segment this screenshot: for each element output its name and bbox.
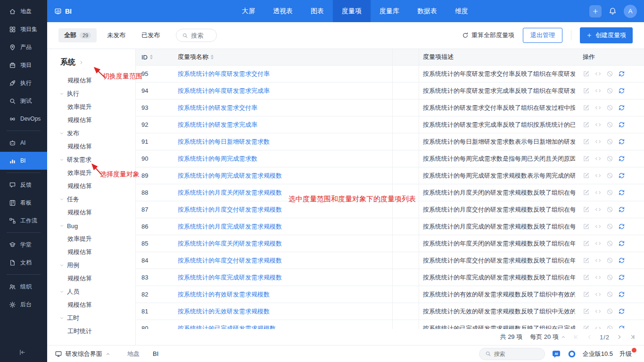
notifications-button[interactable] — [609, 7, 617, 15]
header-tab-dimension[interactable]: 维度 — [446, 0, 477, 22]
header-tab-dashboard[interactable]: 大屏 — [233, 0, 264, 22]
metric-name-link[interactable]: 按系统统计的每周完成需求数 — [178, 155, 257, 163]
view-code-action-button[interactable] — [594, 189, 602, 196]
filter-search[interactable] — [176, 29, 217, 42]
view-code-action-button[interactable] — [594, 104, 602, 111]
disable-action-button[interactable] — [606, 138, 613, 145]
view-code-action-button[interactable] — [594, 70, 602, 77]
recalculate-action-button[interactable] — [618, 325, 625, 329]
metric-name-link[interactable]: 按系统统计的年度研发需求交付率 — [178, 70, 270, 78]
view-code-action-button[interactable] — [594, 291, 602, 298]
tree-node[interactable]: 用例 — [47, 259, 135, 272]
edit-action-button[interactable] — [583, 189, 590, 196]
page-size-select[interactable]: 每页 20 项 — [530, 333, 566, 341]
sidebar-item-product[interactable]: 产品 — [0, 38, 47, 56]
tree-node[interactable]: 执行 — [47, 87, 135, 100]
edit-action-button[interactable] — [583, 104, 590, 111]
ai-assistant-button[interactable]: AI — [552, 349, 561, 359]
tree-node[interactable]: 任务 — [47, 193, 135, 206]
tree-node[interactable]: 规模估算 — [47, 272, 135, 285]
view-code-action-button[interactable] — [594, 308, 602, 315]
sidebar-item-org[interactable]: 组织 — [0, 278, 47, 296]
sidebar-item-program[interactable]: 项目集 — [0, 20, 47, 38]
sort-icon[interactable] — [211, 55, 214, 59]
first-page-button[interactable] — [573, 334, 579, 340]
header-create-button[interactable] — [589, 5, 602, 17]
breadcrumb-item[interactable]: 地盘 — [127, 350, 140, 358]
edit-action-button[interactable] — [583, 87, 590, 94]
recalculate-action-button[interactable] — [618, 240, 625, 247]
tree-node[interactable]: 工时 — [47, 312, 135, 325]
workspace-selector[interactable]: 研发综合界面 — [55, 350, 110, 358]
disable-action-button[interactable] — [606, 206, 613, 213]
recalculate-action-button[interactable] — [618, 189, 625, 196]
view-code-action-button[interactable] — [594, 240, 602, 247]
tree-node[interactable]: 规模估算 — [47, 206, 135, 219]
edit-action-button[interactable] — [583, 257, 590, 264]
metric-name-link[interactable]: 按系统统计的月度完成研发需求规模数 — [178, 222, 282, 231]
upgrade-link[interactable]: 升级 — [619, 350, 632, 358]
recalculate-action-button[interactable] — [618, 274, 625, 281]
edit-action-button[interactable] — [583, 70, 590, 77]
metric-name-link[interactable]: 按系统统计的月度关闭研发需求规模数 — [178, 189, 282, 197]
disable-action-button[interactable] — [606, 172, 613, 179]
disable-action-button[interactable] — [606, 155, 613, 162]
recalculate-action-button[interactable] — [618, 223, 625, 230]
recalculate-action-button[interactable] — [618, 87, 625, 94]
next-page-button[interactable] — [617, 334, 622, 340]
view-code-action-button[interactable] — [594, 274, 602, 281]
sidebar-item-school[interactable]: 学堂 — [0, 236, 47, 254]
header-tab-chart[interactable]: 图表 — [302, 0, 333, 22]
recalculate-action-button[interactable] — [618, 206, 625, 213]
last-page-button[interactable] — [630, 334, 636, 340]
prev-page-button[interactable] — [586, 334, 592, 340]
metric-name-link[interactable]: 按系统统计的月度交付研发需求规模数 — [178, 206, 282, 214]
metric-name-link[interactable]: 按系统统计的无效研发需求规模数 — [178, 307, 270, 316]
disable-action-button[interactable] — [606, 325, 613, 329]
view-code-action-button[interactable] — [594, 121, 602, 128]
filter-search-input[interactable] — [191, 32, 211, 39]
disable-action-button[interactable] — [606, 274, 613, 281]
sidebar-item-ai[interactable]: AI — [0, 134, 47, 152]
edit-action-button[interactable] — [583, 223, 590, 230]
metric-name-link[interactable]: 按系统统计的年度关闭研发需求规模数 — [178, 239, 282, 248]
metric-name-link[interactable]: 按系统统计的研发需求交付率 — [178, 104, 257, 112]
recalculate-action-button[interactable] — [618, 70, 625, 77]
recalculate-action-button[interactable] — [618, 172, 625, 179]
header-tab-pivot[interactable]: 透视表 — [264, 0, 302, 22]
exit-manage-button[interactable]: 退出管理 — [523, 28, 562, 43]
disable-action-button[interactable] — [606, 70, 613, 77]
tree-node[interactable]: 规模估算 — [47, 180, 135, 193]
sidebar-item-test[interactable]: 测试 — [0, 92, 47, 110]
sidebar-item-bi[interactable]: BI — [0, 152, 47, 170]
disable-action-button[interactable] — [606, 104, 613, 111]
filter-tab-published[interactable]: 已发布 — [136, 28, 165, 42]
tree-node[interactable]: 规模估算 — [47, 140, 135, 153]
metric-name-link[interactable]: 按系统统计的研发需求完成率 — [178, 121, 257, 129]
metric-name-link[interactable]: 按系统统计的已完成研发需求规模数 — [178, 324, 276, 329]
recalculate-action-button[interactable] — [618, 257, 625, 264]
view-code-action-button[interactable] — [594, 325, 602, 329]
sidebar-item-kanban[interactable]: 看板 — [0, 194, 47, 212]
tree-node[interactable]: 规模估算 — [47, 114, 135, 127]
edit-action-button[interactable] — [583, 240, 590, 247]
sidebar-item-home[interactable]: 地盘 — [0, 2, 47, 20]
sort-icon[interactable] — [150, 55, 153, 59]
metric-name-link[interactable]: 按系统统计的每周完成研发需求规模数 — [178, 172, 282, 180]
metric-name-link[interactable]: 按系统统计的每日新增研发需求数 — [178, 138, 270, 146]
metric-name-link[interactable]: 按系统统计的有效研发需求规模数 — [178, 290, 270, 299]
recalculate-action-button[interactable] — [618, 291, 625, 298]
filter-tab-all[interactable]: 全部29 — [58, 28, 97, 42]
column-header-id[interactable]: ID — [136, 49, 177, 65]
edit-action-button[interactable] — [583, 308, 590, 315]
view-code-action-button[interactable] — [594, 155, 602, 162]
recalculate-action-button[interactable] — [618, 121, 625, 128]
disable-action-button[interactable] — [606, 240, 613, 247]
edit-action-button[interactable] — [583, 325, 590, 329]
header-tab-metric[interactable]: 度量项 — [333, 0, 371, 22]
header-tab-datasheet[interactable]: 数据表 — [408, 0, 446, 22]
edit-action-button[interactable] — [583, 155, 590, 162]
metric-name-link[interactable]: 按系统统计的年度交付研发需求规模数 — [178, 256, 282, 265]
edit-action-button[interactable] — [583, 172, 590, 179]
header-tab-metric-lib[interactable]: 度量库 — [371, 0, 408, 22]
